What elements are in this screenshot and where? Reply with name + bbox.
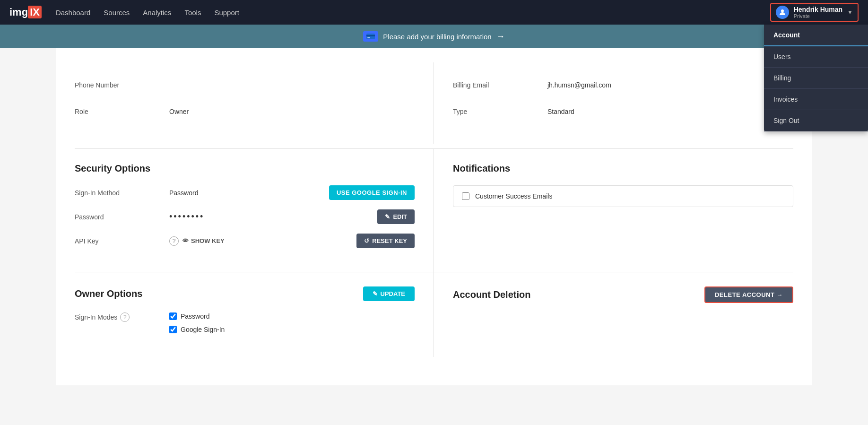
reset-icon: ↺ — [364, 237, 369, 244]
api-key-help-icon[interactable]: ? — [169, 236, 179, 246]
password-mode-checkbox[interactable] — [169, 312, 177, 320]
edit-button-label: EDIT — [393, 213, 407, 220]
eye-icon: 👁 — [182, 237, 189, 244]
sign-in-method-row: Sign-In Method Password USE GOOGLE SIGN-… — [75, 185, 415, 200]
dropdown-billing[interactable]: Billing — [764, 68, 868, 89]
edit-password-button[interactable]: ✎ EDIT — [377, 209, 415, 224]
owner-deletion-section: Owner Options ✎ UPDATE Sign-In Modes ? P… — [56, 272, 812, 385]
type-value: Standard — [547, 108, 574, 115]
user-menu-trigger[interactable]: Hendrik Human Private ▼ — [770, 3, 859, 22]
dropdown-users[interactable]: Users — [764, 46, 868, 68]
password-dots: •••••••• — [169, 212, 204, 221]
dropdown-signout[interactable]: Sign Out — [764, 110, 868, 131]
user-name: Hendrik Human — [794, 6, 842, 13]
api-key-row: API Key ? 👁 SHOW KEY ↺ RESET KEY — [75, 234, 415, 248]
logo-img: img — [9, 6, 28, 18]
sign-in-modes-row: Sign-In Modes ? Password Google Sign-In — [75, 312, 415, 333]
main-content: Phone Number Role Owner Billing Email jh… — [56, 48, 812, 385]
billing-email-row: Billing Email jh.humsn@gmail.com — [453, 77, 793, 94]
password-value: •••••••• — [169, 212, 377, 222]
billing-banner[interactable]: Please add your billing information → — [0, 25, 868, 48]
security-left: Security Options Sign-In Method Password… — [56, 149, 434, 272]
edit-icon: ✎ — [385, 213, 390, 220]
logo-ix: IX — [28, 6, 42, 18]
nav-sources[interactable]: Sources — [104, 9, 130, 17]
role-label: Role — [75, 108, 169, 115]
customer-success-emails-box[interactable]: Customer Success Emails — [453, 185, 793, 207]
logo-text: imgIX — [9, 6, 42, 18]
sign-in-modes-help-icon[interactable]: ? — [120, 312, 130, 322]
password-mode-label: Password — [181, 312, 209, 320]
delete-account-button[interactable]: DELETE ACCOUNT → — [704, 286, 793, 303]
chevron-down-icon: ▼ — [847, 9, 853, 16]
billing-banner-arrow: → — [496, 32, 505, 42]
nav-dashboard[interactable]: Dashboard — [56, 9, 90, 17]
user-dropdown-menu: Account Users Billing Invoices Sign Out — [764, 25, 868, 131]
google-signin-mode-item: Google Sign-In — [169, 326, 225, 333]
navbar: imgIX Dashboard Sources Analytics Tools … — [0, 0, 868, 25]
update-label: UPDATE — [381, 290, 405, 297]
use-google-signin-button[interactable]: USE GOOGLE SIGN-IN — [329, 185, 415, 200]
reset-key-label: RESET KEY — [372, 237, 407, 244]
sign-in-modes-checkboxes: Password Google Sign-In — [169, 312, 225, 333]
nav-support[interactable]: Support — [214, 9, 239, 17]
role-row: Role Owner — [75, 103, 415, 120]
dropdown-account[interactable]: Account — [764, 25, 868, 46]
reset-key-button[interactable]: ↺ RESET KEY — [356, 234, 415, 248]
nav-analytics[interactable]: Analytics — [143, 9, 171, 17]
svg-point-0 — [781, 9, 784, 12]
customer-success-emails-checkbox[interactable] — [462, 192, 469, 200]
api-key-actions: ↺ RESET KEY — [356, 234, 415, 248]
user-role: Private — [794, 13, 842, 19]
user-avatar — [776, 6, 789, 19]
password-row: Password •••••••• ✎ EDIT — [75, 209, 415, 224]
update-button[interactable]: ✎ UPDATE — [363, 286, 415, 301]
security-notifications-section: Security Options Sign-In Method Password… — [56, 149, 812, 272]
notifications-title: Notifications — [453, 163, 793, 174]
billing-email-label: Billing Email — [453, 81, 547, 89]
svg-rect-2 — [366, 35, 375, 36]
owner-options-header-row: Owner Options ✎ UPDATE — [75, 286, 415, 301]
account-info-left: Phone Number Role Owner — [56, 62, 434, 144]
update-icon: ✎ — [373, 290, 378, 297]
api-key-label: API Key — [75, 237, 169, 245]
credit-card-icon — [363, 31, 378, 42]
password-label: Password — [75, 213, 169, 221]
account-deletion-right: Account Deletion DELETE ACCOUNT → — [434, 272, 812, 357]
sign-in-actions: USE GOOGLE SIGN-IN — [329, 185, 415, 200]
account-info-section: Phone Number Role Owner Billing Email jh… — [56, 48, 812, 148]
customer-success-emails-label: Customer Success Emails — [475, 192, 552, 200]
user-info: Hendrik Human Private — [794, 6, 842, 19]
show-key-label: SHOW KEY — [191, 237, 225, 244]
account-info-right: Billing Email jh.humsn@gmail.com Type St… — [434, 62, 812, 144]
billing-email-value: jh.humsn@gmail.com — [547, 81, 611, 89]
sign-in-method-value: Password — [169, 189, 329, 197]
notifications-right: Notifications Customer Success Emails — [434, 149, 812, 272]
type-label: Type — [453, 108, 547, 115]
password-actions: ✎ EDIT — [377, 209, 415, 224]
phone-number-row: Phone Number — [75, 77, 415, 94]
api-key-value-area: ? 👁 SHOW KEY — [169, 236, 356, 246]
dropdown-invoices[interactable]: Invoices — [764, 89, 868, 110]
show-key-button[interactable]: 👁 SHOW KEY — [182, 237, 225, 244]
account-deletion-header-row: Account Deletion DELETE ACCOUNT → — [453, 286, 793, 303]
logo[interactable]: imgIX — [9, 6, 42, 18]
svg-rect-3 — [367, 37, 370, 38]
owner-options-title: Owner Options — [75, 288, 142, 299]
phone-number-label: Phone Number — [75, 81, 169, 89]
nav-tools[interactable]: Tools — [184, 9, 201, 17]
sign-in-method-label: Sign-In Method — [75, 189, 169, 197]
owner-options-left: Owner Options ✎ UPDATE Sign-In Modes ? P… — [56, 272, 434, 357]
role-value: Owner — [169, 108, 189, 115]
billing-banner-text: Please add your billing information — [383, 33, 491, 41]
security-title: Security Options — [75, 163, 415, 174]
google-signin-mode-checkbox[interactable] — [169, 326, 177, 333]
type-row: Type Standard — [453, 103, 793, 120]
navbar-links: Dashboard Sources Analytics Tools Suppor… — [56, 9, 770, 17]
google-signin-mode-label: Google Sign-In — [181, 326, 225, 333]
sign-in-modes-label: Sign-In Modes ? — [75, 312, 169, 322]
account-deletion-title: Account Deletion — [453, 289, 530, 300]
password-mode-item: Password — [169, 312, 225, 320]
